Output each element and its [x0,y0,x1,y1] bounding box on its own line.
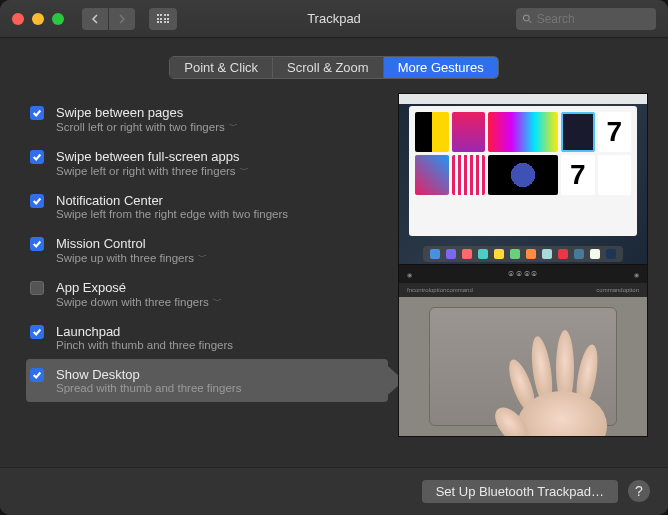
segmented-control: Point & Click Scroll & Zoom More Gesture… [169,56,498,79]
gesture-text: Swipe between full-screen appsSwipe left… [56,149,249,177]
bluetooth-trackpad-button[interactable]: Set Up Bluetooth Trackpad… [422,480,618,503]
gesture-subtitle[interactable]: Scroll left or right with two fingers﹀ [56,120,238,133]
gesture-subtitle[interactable]: Swipe up with three fingers﹀ [56,251,207,264]
search-icon [522,13,533,25]
gesture-text: LaunchpadPinch with thumb and three fing… [56,324,233,351]
touchbar: ◉⦿ ⦿ ⦿ ⦿◉ [399,265,647,283]
gesture-row[interactable]: Swipe between full-screen appsSwipe left… [26,141,388,185]
gesture-checkbox[interactable] [30,237,44,251]
tab-scroll-zoom[interactable]: Scroll & Zoom [273,57,384,78]
gesture-row[interactable]: App ExposéSwipe down with three fingers﹀ [26,272,388,316]
gesture-title: Show Desktop [56,367,241,382]
chevron-down-icon: ﹀ [213,295,222,308]
chevron-down-icon: ﹀ [229,120,238,133]
gesture-title: Swipe between full-screen apps [56,149,249,164]
gesture-title: App Exposé [56,280,222,295]
gesture-text: App ExposéSwipe down with three fingers﹀ [56,280,222,308]
gesture-title: Launchpad [56,324,233,339]
gesture-checkbox[interactable] [30,368,44,382]
tab-point-click[interactable]: Point & Click [170,57,273,78]
footer: Set Up Bluetooth Trackpad… ? [0,467,668,515]
svg-line-1 [529,20,532,23]
search-field[interactable] [516,8,656,30]
chevron-down-icon: ﹀ [240,164,249,177]
close-window-button[interactable] [12,13,24,25]
gesture-subtitle[interactable]: Swipe left or right with three fingers﹀ [56,164,249,177]
gesture-row[interactable]: LaunchpadPinch with thumb and three fing… [26,316,388,359]
traffic-lights [12,13,64,25]
search-input[interactable] [537,12,650,26]
show-all-button[interactable] [149,8,177,30]
chevron-down-icon: ﹀ [198,251,207,264]
zoom-window-button[interactable] [52,13,64,25]
minimize-window-button[interactable] [32,13,44,25]
gesture-title: Swipe between pages [56,105,238,120]
gesture-row[interactable]: Show DesktopSpread with thumb and three … [26,359,388,402]
titlebar: Trackpad [0,0,668,38]
gesture-title: Notification Center [56,193,288,208]
gesture-title: Mission Control [56,236,207,251]
gesture-checkbox[interactable] [30,325,44,339]
svg-point-0 [523,15,529,21]
screen-preview [398,93,648,265]
hand-icon [487,326,627,437]
window-title: Trackpad [307,11,361,26]
keyboard-row: fncontroloptioncommand commandoption [399,283,647,297]
forward-button[interactable] [109,8,135,30]
gesture-row[interactable]: Mission ControlSwipe up with three finge… [26,228,388,272]
gesture-text: Notification CenterSwipe left from the r… [56,193,288,220]
gesture-checkbox[interactable] [30,281,44,295]
trackpad-preview: ◉⦿ ⦿ ⦿ ⦿◉ fncontroloptioncommand command… [398,265,648,437]
gesture-list: Swipe between pagesScroll left or right … [26,93,388,457]
gesture-subtitle: Swipe left from the right edge with two … [56,208,288,220]
gesture-row[interactable]: Notification CenterSwipe left from the r… [26,185,388,228]
gesture-row[interactable]: Swipe between pagesScroll left or right … [26,97,388,141]
gesture-subtitle[interactable]: Swipe down with three fingers﹀ [56,295,222,308]
grid-icon [157,14,170,23]
gesture-checkbox[interactable] [30,194,44,208]
preview-pane: ◉⦿ ⦿ ⦿ ⦿◉ fncontroloptioncommand command… [398,93,648,457]
preferences-window: Trackpad Point & Click Scroll & Zoom Mor… [0,0,668,515]
gesture-checkbox[interactable] [30,106,44,120]
help-button[interactable]: ? [628,480,650,502]
gesture-subtitle: Spread with thumb and three fingers [56,382,241,394]
gesture-text: Show DesktopSpread with thumb and three … [56,367,241,394]
tab-more-gestures[interactable]: More Gestures [384,57,498,78]
gesture-subtitle: Pinch with thumb and three fingers [56,339,233,351]
gesture-text: Swipe between pagesScroll left or right … [56,105,238,133]
nav-buttons [82,8,135,30]
back-button[interactable] [82,8,108,30]
gesture-text: Mission ControlSwipe up with three finge… [56,236,207,264]
gesture-checkbox[interactable] [30,150,44,164]
tab-bar: Point & Click Scroll & Zoom More Gesture… [0,38,668,93]
content-area: Swipe between pagesScroll left or right … [0,93,668,467]
